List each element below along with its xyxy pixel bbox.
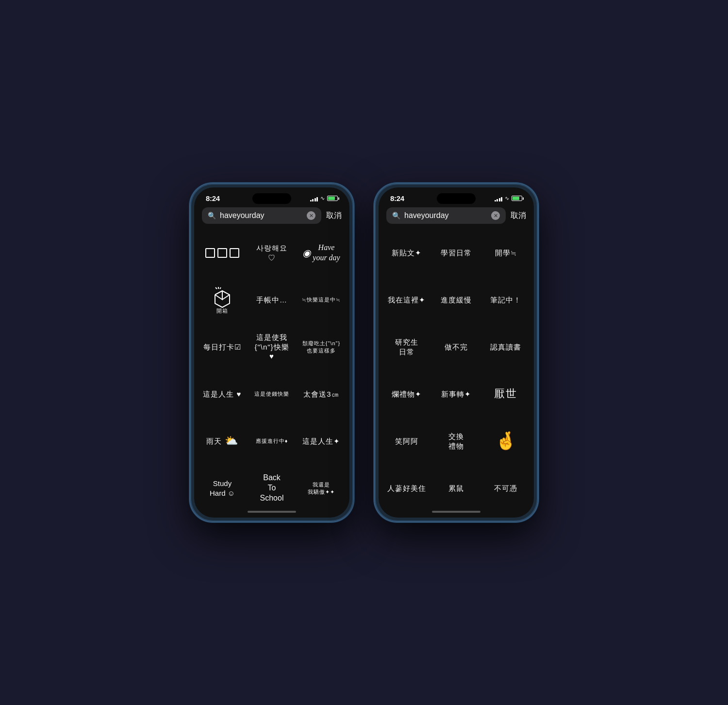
search-bar-right[interactable]: 🔍 haveyourday ✕ 取消 [379,204,534,228]
sticker-slow-progress[interactable]: 進度緩慢 [432,277,480,323]
sticker-text-back-to-school: Back To School [260,473,284,503]
sticker-text-send-3: 太會送3㎝ [303,389,339,399]
sticker-diary[interactable]: 手帳中… [248,277,296,323]
sticker-taking-notes[interactable]: 筆記中！ [481,277,530,323]
dynamic-island-left [252,193,291,204]
search-icon-left: 🔍 [208,212,216,219]
sticker-saranghaeyo[interactable]: 사랑해요 ♡ [248,230,296,276]
battery-icon-left [327,196,338,201]
sticker-text-happy-mid: ≒快樂這是中≒ [302,296,341,303]
sticker-still-me[interactable]: 我還是 我驕傲✦✦ [297,465,346,508]
search-query-left: haveyourday [220,211,303,220]
sticker-cheer[interactable]: 應援進行中♦ [248,418,296,464]
sticker-exchange-gift[interactable]: 交換 禮物 [432,418,480,464]
sticker-money-happy[interactable]: 這是使錢快樂 [248,371,296,417]
sticker-study-daily[interactable]: 學習日常 [432,230,480,276]
sticker-pessimistic[interactable]: 厭世 [481,371,530,417]
wifi-icon-left: ∿ [320,195,325,201]
sticker-im-here[interactable]: 我在這裡✦ [382,277,431,323]
sticker-this-life[interactable]: 這是人生 ♥ [198,371,247,417]
sticker-bad-gift[interactable]: 爛禮物✦ [382,371,431,417]
sticker-text-new-chapter: 新事轉✦ [441,389,471,399]
signal-icon-right [495,196,503,201]
sticker-study-hard-r[interactable]: 認真讀書 [481,324,530,370]
phone-frame-right: 8:24 ∿ 🔍 ha [374,183,539,522]
box-svg-icon [210,285,234,309]
sticker-text-never-done: 做不完 [445,342,468,352]
sticker-text-this-life: 這是人生 ♥ [203,389,241,399]
sticker-text-study-hard: Study Hard ☺ [210,479,235,498]
phone-left: 8:24 ∿ 🔍 ha [189,183,354,522]
sticker-back-to-school[interactable]: Back To School [248,465,296,508]
sticker-text-happy: 這是使我{"\n"}快樂 ♥ [251,333,292,361]
phone-screen-left: 8:24 ∿ 🔍 ha [194,187,349,518]
svg-line-3 [220,287,221,289]
sticker-rainy[interactable]: 雨天 ⛅ [198,418,247,464]
sticker-no-rely[interactable]: 不可憑 [481,465,530,508]
search-clear-left[interactable]: ✕ [307,211,315,220]
svg-line-0 [222,295,230,300]
sticker-text-pessimistic: 厭世 [494,387,517,401]
dynamic-island-right [437,193,476,204]
square-2 [217,248,227,258]
search-cancel-right[interactable]: 取消 [511,211,526,221]
sticker-grad-daily[interactable]: 研究生 日常 [382,324,431,370]
sticker-squares[interactable] [198,230,247,276]
sticker-grid-left: 사랑해요 ♡ ◉ Haveyour day [194,228,349,508]
sticker-happy-mid[interactable]: ≒快樂這是中≒ [297,277,346,323]
sticker-text-new-post: 新貼文✦ [392,248,422,258]
sticker-text-this-life-star: 這是人生✦ [302,436,340,446]
search-cancel-left[interactable]: 取消 [326,211,342,221]
sticker-fingers-crossed[interactable]: 🤞 [481,418,530,464]
sticker-happy[interactable]: 這是使我{"\n"}快樂 ♥ [248,324,296,370]
sticker-text-school-start: 開學≒ [495,248,517,258]
sticker-text-taking-notes: 筆記中！ [490,295,521,305]
status-icons-right: ∿ [495,195,523,201]
phone-screen-right: 8:24 ∿ 🔍 ha [379,187,534,518]
battery-fill-left [328,197,335,200]
wifi-icon-right: ∿ [505,195,509,201]
sticker-text-laugh: 笑阿阿 [395,436,418,446]
sticker-study-hard[interactable]: Study Hard ☺ [198,465,247,508]
sticker-text-checkin: 每日打卡☑ [203,342,241,352]
sticker-box[interactable]: 開箱 [198,277,247,323]
sticker-new-post[interactable]: 新貼文✦ [382,230,431,276]
signal-icon-left [310,196,318,201]
sticker-text-grad-daily: 研究生 日常 [395,337,418,356]
search-bar-left[interactable]: 🔍 haveyourday ✕ 取消 [194,204,349,228]
time-left: 8:24 [206,194,220,202]
sticker-text-exchange-gift: 交換 禮物 [448,432,464,451]
sticker-text-cheer: 應援進行中♦ [256,437,288,444]
square-1 [205,248,215,258]
home-bar-left [248,511,296,513]
sticker-text-fingers: 🤞 [495,430,517,453]
sticker-new-chapter[interactable]: 新事轉✦ [432,371,480,417]
sticker-text-ginseng: 人蔘好美住 [387,484,426,493]
home-indicator-right [379,508,534,518]
sticker-text-diary: 手帳中… [256,295,287,305]
sticker-text-tired-mouse: 累鼠 [448,484,464,493]
search-input-wrapper-left[interactable]: 🔍 haveyourday ✕ [202,207,321,224]
sticker-text-still-me: 我還是 我驕傲✦✦ [308,481,335,495]
sticker-tired-mouse[interactable]: 累鼠 [432,465,480,508]
sticker-checkin[interactable]: 每日打卡☑ [198,324,247,370]
sticker-this-life-star[interactable]: 這是人生✦ [297,418,346,464]
square-3 [230,248,239,258]
sticker-haveyourday[interactable]: ◉ Haveyour day [297,230,346,276]
sticker-text-money-happy: 這是使錢快樂 [254,390,289,397]
sticker-never-done[interactable]: 做不完 [432,324,480,370]
sticker-school-start[interactable]: 開學≒ [481,230,530,276]
search-query-right: haveyourday [404,211,487,220]
sticker-send-3[interactable]: 太會送3㎝ [297,371,346,417]
home-indicator-left [194,508,349,518]
phone-right: 8:24 ∿ 🔍 ha [374,183,539,522]
sticker-ginseng[interactable]: 人蔘好美住 [382,465,431,508]
search-clear-right[interactable]: ✕ [491,211,500,220]
sticker-text-slow-progress: 進度緩慢 [441,295,472,305]
search-input-wrapper-right[interactable]: 🔍 haveyourday ✕ [386,207,506,224]
sticker-laugh[interactable]: 笑阿阿 [382,418,431,464]
svg-line-2 [215,287,217,289]
sticker-eat-dirt[interactable]: 頹廢吃土{"\n"}也要這樣多 [297,324,346,370]
search-icon-right: 🔍 [392,212,400,219]
sticker-text-im-here: 我在這裡✦ [388,295,426,305]
